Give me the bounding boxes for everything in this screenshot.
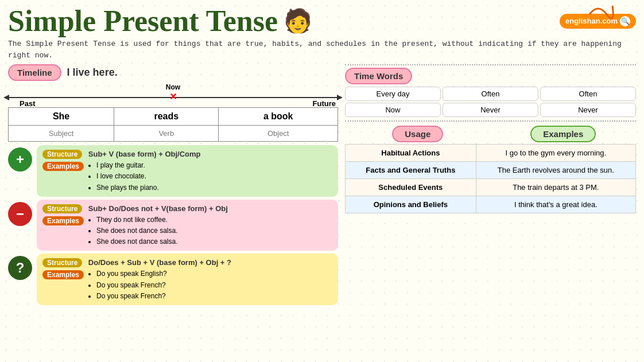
list-item: Do you speak English? (96, 268, 167, 279)
table-row: Scheduled Events The train departs at 3 … (346, 179, 636, 196)
time-words-grid: Every day Often Often Now Never Never (345, 87, 636, 117)
positive-structure-row: + Structure Sub+ V (base form) + Obj/Com… (8, 145, 338, 197)
list-item: They do not like coffee. (96, 215, 177, 225)
examples-label-pos: Examples (42, 162, 84, 171)
question-examples-list: Do you speak English? Do you speak Frenc… (87, 268, 167, 302)
time-words-section: Time Words Every day Often Often Now Nev… (345, 64, 636, 117)
question-formula: Do/Does + Sub + V (base form) + Obj + ? (88, 258, 231, 267)
positive-examples: Examples I play the guitar. I love choco… (42, 160, 332, 193)
question-structure-line: Structure Do/Does + Sub + V (base form) … (42, 257, 332, 267)
positive-structure-line: Structure Sub+ V (base form) + Obj/Comp (42, 149, 332, 159)
table-row: Facts and General Truths The Earth revol… (346, 162, 636, 179)
sentence-verb: reads (114, 108, 219, 126)
usage-cell: Habitual Actions (346, 145, 476, 162)
future-label: Future (313, 99, 336, 108)
positive-icon: + (8, 147, 32, 172)
list-item: I love chocolate. (96, 171, 159, 182)
ue-header: Usage Examples (345, 124, 636, 144)
time-word-cell: Never (540, 103, 636, 117)
sentence-verb-label: Verb (114, 126, 219, 142)
now-x-icon: ✕ (169, 91, 177, 102)
usage-badge: Usage (392, 126, 443, 142)
timeline-row: Timeline I live here. (8, 64, 338, 81)
table-row: Opinions and Beliefs I think that's a gr… (346, 196, 636, 213)
positive-box: Structure Sub+ V (base form) + Obj/Comp … (37, 145, 338, 197)
search-icon[interactable]: 🔍 (620, 16, 630, 26)
sentence-subject: She (9, 108, 114, 126)
right-arrow-icon (337, 95, 343, 100)
ue-table: Habitual Actions I go to the gym every m… (345, 144, 636, 213)
sentence-object: a book (219, 108, 338, 126)
positive-examples-list: I play the guitar. I love chocolate. She… (87, 160, 159, 193)
subtitle-text: The Simple Present Tense is used for thi… (8, 38, 634, 61)
question-icon: ? (8, 256, 32, 280)
time-word-cell: Often (540, 87, 636, 101)
character-icon: 🧑 (284, 7, 312, 34)
page-title: Simple Present Tense (8, 5, 278, 37)
question-box: Structure Do/Does + Sub + V (base form) … (37, 254, 338, 305)
list-item: She does not dance salsa. (96, 236, 177, 247)
list-item: Do you speak French? (96, 291, 167, 302)
list-item: She plays the piano. (96, 182, 159, 193)
time-word-cell: Every day (345, 87, 441, 101)
example-cell: The Earth revolves around the sun. (476, 162, 635, 179)
time-word-cell: Never (443, 103, 538, 117)
timeline-text: I live here. (67, 67, 118, 79)
examples-section-badge: Examples (530, 126, 596, 142)
left-panel: Timeline I live here. Past Future Now ✕ (8, 64, 338, 305)
positive-formula: Sub+ V (base form) + Obj/Comp (88, 150, 201, 158)
negative-icon: − (8, 202, 32, 226)
negative-formula: Sub+ Do/Does not + V(base form) + Obj (88, 204, 228, 213)
structure-label-pos: Structure (42, 150, 82, 159)
structure-section: + Structure Sub+ V (base form) + Obj/Com… (8, 145, 338, 305)
time-word-cell: Now (345, 103, 441, 117)
left-arrow-icon (3, 95, 9, 100)
usage-cell: Scheduled Events (346, 179, 476, 196)
page-content: Simple Present Tense 🧑 englishan.com 🔍 T… (0, 0, 644, 310)
examples-label-q: Examples (42, 270, 84, 279)
negative-examples: Examples They do not like coffee. She do… (42, 215, 332, 248)
list-item: I play the guitar. (96, 160, 159, 171)
timeline-badge: Timeline (8, 64, 61, 81)
usage-header-cell: Usage (345, 124, 491, 144)
time-word-cell: Often (443, 87, 538, 101)
examples-label-neg: Examples (42, 216, 84, 225)
list-item: She does not dance salsa. (96, 225, 177, 236)
table-row: Habitual Actions I go to the gym every m… (346, 145, 636, 162)
right-panel: Time Words Every day Often Often Now Nev… (345, 64, 636, 305)
past-label: Past (20, 99, 35, 108)
list-item: Do you speak French? (96, 280, 167, 291)
now-marker: Now ✕ (166, 83, 180, 102)
usage-examples-section: Usage Examples Habitual Actions I go to … (345, 120, 636, 213)
example-cell: I think that's a great idea. (476, 196, 635, 213)
timeline-container: Past Future Now ✕ (8, 83, 338, 105)
usage-cell: Facts and General Truths (346, 162, 476, 179)
examples-header-cell: Examples (491, 124, 637, 144)
sentence-subject-label: Subject (9, 126, 114, 142)
sentence-table: She reads a book Subject Verb Object (8, 107, 338, 142)
header: Simple Present Tense 🧑 englishan.com 🔍 (8, 5, 636, 37)
negative-structure-line: Structure Sub+ Do/Does not + V(base form… (42, 203, 332, 213)
structure-label-q: Structure (42, 258, 82, 267)
sentence-object-label: Object (219, 126, 338, 142)
structure-label-neg: Structure (42, 204, 82, 213)
now-label: Now (166, 83, 180, 91)
example-cell: I go to the gym every morning. (476, 145, 635, 162)
question-examples: Examples Do you speak English? Do you sp… (42, 268, 332, 302)
main-layout: Timeline I live here. Past Future Now ✕ (8, 64, 636, 305)
negative-box: Structure Sub+ Do/Does not + V(base form… (37, 200, 338, 251)
negative-structure-row: − Structure Sub+ Do/Does not + V(base fo… (8, 200, 338, 251)
time-words-badge: Time Words (345, 68, 412, 84)
usage-cell: Opinions and Beliefs (346, 196, 476, 213)
negative-examples-list: They do not like coffee. She does not da… (87, 215, 177, 248)
question-structure-row: ? Structure Do/Does + Sub + V (base form… (8, 254, 338, 305)
example-cell: The train departs at 3 PM. (476, 179, 635, 196)
